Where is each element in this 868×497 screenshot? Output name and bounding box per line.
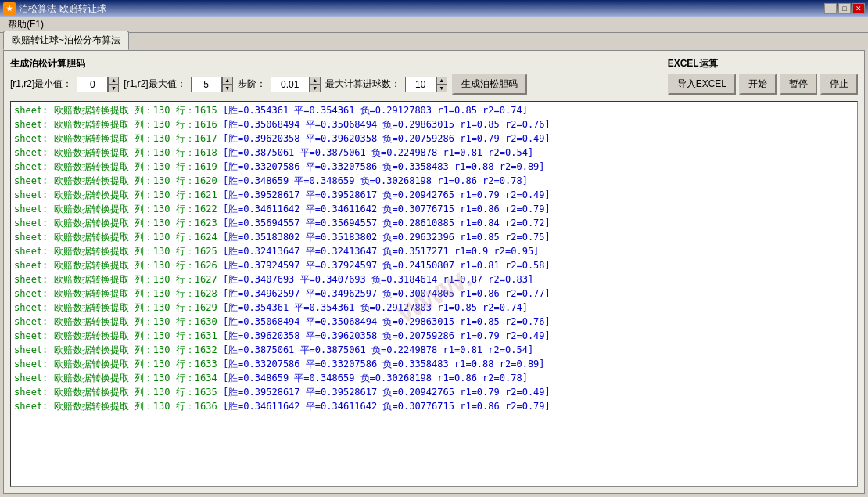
list-item: sheet: 欧赔数据转换提取 列：130 行：1632 [胜=0.387506… [14, 343, 854, 357]
tab-bar: 欧赔转让球~泊松分布算法 [0, 33, 868, 50]
r1r2-max-down[interactable]: ▼ [222, 85, 233, 92]
list-item: sheet: 欧赔数据转换提取 列：130 行：1634 [胜=0.348659… [14, 371, 854, 385]
r1r2-max-label: [r1,r2]最大值： [124, 77, 185, 91]
list-item: sheet: 欧赔数据转换提取 列：130 行：1626 [胜=0.379245… [14, 258, 854, 272]
step-group: ▲ ▼ [271, 77, 321, 92]
r1r2-min-down[interactable]: ▼ [108, 85, 119, 92]
controls-title: 生成泊松计算胆码 [10, 57, 527, 70]
step-up[interactable]: ▲ [310, 77, 321, 85]
list-item: sheet: 欧赔数据转换提取 列：130 行：1628 [胜=0.349625… [14, 286, 854, 301]
list-item: sheet: 欧赔数据转换提取 列：130 行：1617 [胜=0.396203… [14, 131, 854, 146]
excel-title: EXCEL运算 [668, 57, 718, 70]
stop-button[interactable]: 停止 [820, 74, 858, 95]
title-buttons: ─ □ ✕ [824, 3, 865, 14]
list-item: sheet: 欧赔数据转换提取 列：130 行：1627 [胜=0.340769… [14, 272, 854, 286]
list-item: sheet: 欧赔数据转换提取 列：130 行：1623 [胜=0.356945… [14, 216, 854, 230]
menu-bar: 帮助(F1) [0, 17, 868, 33]
list-item: sheet: 欧赔数据转换提取 列：130 行：1624 [胜=0.351838… [14, 230, 854, 244]
r1r2-min-spinners: ▲ ▼ [108, 77, 119, 92]
excel-buttons: 导入EXCEL 开始 暂停 停止 [668, 74, 858, 95]
tab-main[interactable]: 欧赔转让球~泊松分布算法 [3, 31, 129, 50]
max-calc-label: 最大计算进球数： [325, 77, 400, 91]
list-item: sheet: 欧赔数据转换提取 列：130 行：1616 [胜=0.350684… [14, 117, 854, 131]
r1r2-min-label: [r1,r2]最小值： [10, 77, 72, 91]
r1r2-min-group: ▲ ▼ [77, 77, 119, 92]
step-input[interactable] [271, 77, 310, 92]
r1r2-min-input[interactable] [77, 77, 108, 92]
start-button[interactable]: 开始 [739, 74, 777, 95]
list-item: sheet: 欧赔数据转换提取 列：130 行：1631 [胜=0.396203… [14, 329, 854, 343]
title-bar: ★ 泊松算法-欧赔转让球 ─ □ ✕ [0, 0, 868, 17]
list-item: sheet: 欧赔数据转换提取 列：130 行：1618 [胜=0.387506… [14, 146, 854, 160]
list-item: sheet: 欧赔数据转换提取 列：130 行：1630 [胜=0.350684… [14, 315, 854, 329]
output-area[interactable]: www. sheet: 欧赔数据转换提取 列：130 行：1615 [胜=0.3… [10, 101, 858, 487]
r1r2-max-input[interactable] [191, 77, 222, 92]
controls-right: EXCEL运算 导入EXCEL 开始 暂停 停止 [668, 57, 858, 95]
pause-button[interactable]: 暂停 [780, 74, 817, 95]
main-content: 生成泊松计算胆码 [r1,r2]最小值： ▲ ▼ [r1,r2]最大值： ▲ ▼ [3, 50, 865, 494]
step-label: 步阶： [238, 77, 266, 91]
list-item: sheet: 欧赔数据转换提取 列：130 行：1633 [胜=0.332075… [14, 357, 854, 371]
maximize-button[interactable]: □ [838, 3, 851, 14]
step-spinners: ▲ ▼ [310, 77, 321, 92]
step-down[interactable]: ▼ [310, 85, 321, 92]
max-calc-down[interactable]: ▼ [436, 85, 447, 92]
max-calc-input[interactable] [405, 77, 436, 92]
title-bar-left: ★ 泊松算法-欧赔转让球 [3, 2, 106, 16]
max-calc-up[interactable]: ▲ [436, 77, 447, 85]
list-item: sheet: 欧赔数据转换提取 列：130 行：1619 [胜=0.332075… [14, 160, 854, 174]
r1r2-max-up[interactable]: ▲ [222, 77, 233, 85]
list-item: sheet: 欧赔数据转换提取 列：130 行：1636 [胜=0.346116… [14, 399, 854, 413]
list-item: sheet: 欧赔数据转换提取 列：130 行：1622 [胜=0.346116… [14, 202, 854, 216]
minimize-button[interactable]: ─ [824, 3, 837, 14]
app-icon: ★ [3, 2, 16, 15]
r1r2-max-spinners: ▲ ▼ [222, 77, 233, 92]
list-item: sheet: 欧赔数据转换提取 列：130 行：1629 [胜=0.354361… [14, 301, 854, 315]
import-excel-button[interactable]: 导入EXCEL [668, 74, 736, 95]
controls-area: 生成泊松计算胆码 [r1,r2]最小值： ▲ ▼ [r1,r2]最大值： ▲ ▼ [10, 57, 858, 95]
controls-left: 生成泊松计算胆码 [r1,r2]最小值： ▲ ▼ [r1,r2]最大值： ▲ ▼ [10, 57, 527, 95]
r1r2-max-group: ▲ ▼ [191, 77, 233, 92]
app-title: 泊松算法-欧赔转让球 [19, 2, 106, 16]
close-button[interactable]: ✕ [852, 3, 865, 14]
list-item: sheet: 欧赔数据转换提取 列：130 行：1615 [胜=0.354361… [14, 103, 854, 117]
list-item: sheet: 欧赔数据转换提取 列：130 行：1621 [胜=0.395286… [14, 188, 854, 202]
list-item: sheet: 欧赔数据转换提取 列：130 行：1625 [胜=0.324136… [14, 244, 854, 258]
list-item: sheet: 欧赔数据转换提取 列：130 行：1620 [胜=0.348659… [14, 174, 854, 188]
max-calc-spinners: ▲ ▼ [436, 77, 447, 92]
r1r2-min-up[interactable]: ▲ [108, 77, 119, 85]
generate-button[interactable]: 生成泊松胆码 [452, 74, 527, 95]
list-item: sheet: 欧赔数据转换提取 列：130 行：1635 [胜=0.395286… [14, 385, 854, 399]
max-calc-group: ▲ ▼ [405, 77, 447, 92]
controls-row: [r1,r2]最小值： ▲ ▼ [r1,r2]最大值： ▲ ▼ 步阶 [10, 74, 527, 95]
